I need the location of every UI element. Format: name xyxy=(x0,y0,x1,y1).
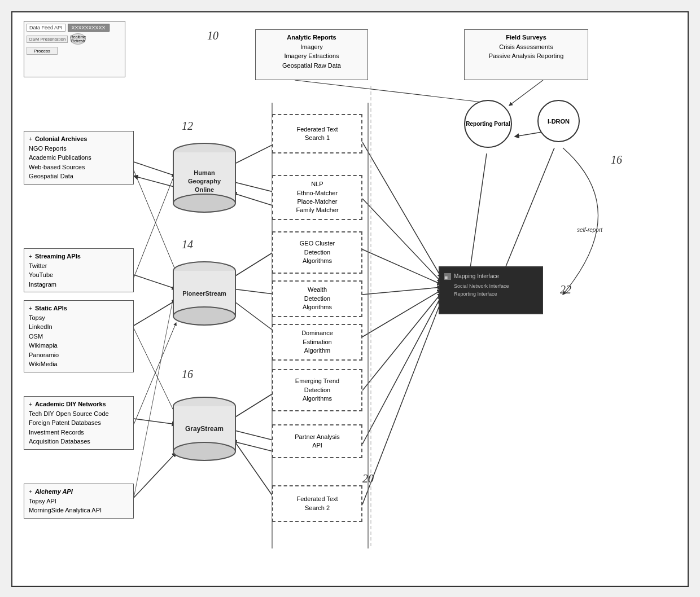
svg-line-14 xyxy=(233,441,278,453)
academic-line3: Foreign Patent Databases xyxy=(29,419,101,426)
osm-presentation-label: OSM Presentation xyxy=(27,36,68,43)
interface-line2: Social Network Interface xyxy=(454,282,537,290)
self-report-label: self-report xyxy=(577,227,602,233)
emerging-trend-box: Emerging TrendDetectionAlgorithms xyxy=(272,369,362,411)
academic-line2: Tech DIY Open Source Code xyxy=(29,410,109,417)
svg-text:GrayStream: GrayStream xyxy=(185,425,224,433)
svg-line-7 xyxy=(233,182,278,193)
handwritten-22: 22 xyxy=(560,283,571,296)
fed-text-1-label: Federated TextSearch 1 xyxy=(296,125,338,143)
svg-line-31 xyxy=(134,170,176,278)
svg-line-15 xyxy=(233,438,278,503)
api-button[interactable]: XXXXXXXXXX xyxy=(68,24,110,32)
data-feed-api-label: Data Feed API xyxy=(27,24,65,32)
svg-point-49 xyxy=(173,307,235,325)
streaming-line1: Streaming APIs xyxy=(35,253,81,260)
handwritten-16b: 16 xyxy=(182,368,193,381)
academic-line5: Acquisition Databases xyxy=(29,438,90,445)
handwritten-10: 10 xyxy=(207,29,218,42)
svg-line-16 xyxy=(362,142,441,278)
svg-line-26 xyxy=(504,148,554,272)
idron-circle: I-DRON xyxy=(537,100,580,142)
alchemy-api-box: + Alchemy API Topsy API MorningSide Anal… xyxy=(24,484,134,519)
academic-line1: Academic DIY Networks xyxy=(35,401,106,407)
svg-line-34 xyxy=(134,283,176,498)
streaming-line4: Instagram xyxy=(29,281,56,288)
interface-icon: ■ xyxy=(444,273,451,280)
analytics-box: Analytic Reports Imagery Imagery Extract… xyxy=(255,29,368,80)
svg-line-3 xyxy=(134,419,176,424)
alchemy-icon: + xyxy=(29,489,32,495)
wealth-label: WealthDetectionAlgorithms xyxy=(303,286,332,311)
reporting-portal: Reporting Portal xyxy=(464,100,512,148)
handwritten-12: 12 xyxy=(182,120,193,133)
federated-text-search-1-box: Federated TextSearch 1 xyxy=(272,114,362,153)
svg-line-9 xyxy=(233,249,278,278)
static-line6: Panoramio xyxy=(29,352,59,358)
partner-label: Partner AnalysisAPI xyxy=(295,433,339,450)
analytics-line2: Imagery xyxy=(259,42,365,52)
svg-text:Geography: Geography xyxy=(188,178,221,185)
geo-cluster-label: GEO ClusterDetectionAlgorithms xyxy=(300,239,335,265)
static-line3: LinkedIn xyxy=(29,323,53,330)
interface-line3: Reporting Interface xyxy=(454,290,537,298)
colonial-archives-box: + Colonial Archives NGO Reports Academic… xyxy=(24,131,134,185)
partner-analysis-box: Partner AnalysisAPI xyxy=(272,424,362,458)
colonial-line4: Web-based Sources xyxy=(29,164,85,170)
graystream-cylinder: GrayStream xyxy=(170,396,238,466)
colonial-line3: Academic Publications xyxy=(29,154,91,161)
svg-line-33 xyxy=(134,323,176,424)
static-line4: OSM xyxy=(29,333,43,340)
svg-line-28 xyxy=(295,80,487,103)
svg-text:Online: Online xyxy=(195,186,214,193)
svg-text:Human: Human xyxy=(194,169,215,176)
svg-point-55 xyxy=(173,442,235,460)
svg-line-19 xyxy=(362,287,441,295)
svg-line-8 xyxy=(233,193,278,207)
svg-point-41 xyxy=(173,194,235,212)
nlp-box: NLPEthno-MatcherPlace-MatcherFamily Matc… xyxy=(272,175,362,220)
svg-line-32 xyxy=(134,328,176,416)
streaming-apis-box: + Streaming APIs Twitter YouTube Instagr… xyxy=(24,248,134,292)
svg-line-13 xyxy=(233,430,278,441)
static-line5: Wikimapia xyxy=(29,342,58,349)
svg-line-0 xyxy=(134,162,176,176)
handwritten-16: 16 xyxy=(611,153,622,166)
dominance-label: DominanceEstimationAlgorithm xyxy=(301,329,333,355)
svg-line-23 xyxy=(362,300,441,504)
analytics-line3: Imagery Extractions xyxy=(259,51,365,61)
dominance-estimation-box: DominanceEstimationAlgorithm xyxy=(272,324,362,361)
field-surveys-box: Field Surveys Crisis Assessments Passive… xyxy=(464,29,588,80)
field-line3: Passive Analysis Reporting xyxy=(467,51,585,61)
svg-line-30 xyxy=(134,170,176,272)
static-apis-box: + Static APIs Topsy LinkedIn OSM Wikimap… xyxy=(24,300,134,372)
alchemy-line2: Topsy API xyxy=(29,498,56,504)
handwritten-20: 20 xyxy=(362,472,374,485)
field-line2: Crisis Assessments xyxy=(467,42,585,52)
fed-text-2-label: Federated TextSearch 2 xyxy=(296,495,338,512)
svg-line-10 xyxy=(233,289,278,295)
svg-line-21 xyxy=(362,293,441,390)
streaming-line3: YouTube xyxy=(29,271,53,278)
svg-line-17 xyxy=(362,199,441,282)
svg-line-5 xyxy=(134,176,176,187)
analytics-line1: Analytic Reports xyxy=(259,33,365,42)
colonial-line5: Geospatial Data xyxy=(29,173,73,179)
svg-line-20 xyxy=(362,290,441,337)
geo-cluster-box: GEO ClusterDetectionAlgorithms xyxy=(272,231,362,274)
svg-line-6 xyxy=(233,142,278,165)
academic-line4: Investment Records xyxy=(29,429,84,436)
alchemy-line3: MorningSide Analytica API xyxy=(29,507,102,513)
handwritten-14: 14 xyxy=(182,238,193,251)
svg-line-11 xyxy=(233,300,278,334)
emerging-label: Emerging TrendDetectionAlgorithms xyxy=(295,377,339,403)
static-line1: Static APIs xyxy=(35,305,67,311)
colonial-line2: NGO Reports xyxy=(29,145,67,152)
process-box-ui: Process xyxy=(27,47,58,55)
academic-icon: + xyxy=(29,401,32,407)
streaming-icon: + xyxy=(29,253,32,260)
field-line1: Field Surveys xyxy=(467,33,585,42)
streaming-line2: Twitter xyxy=(29,262,47,269)
colonial-icon: + xyxy=(29,136,32,142)
svg-text:PioneerStream: PioneerStream xyxy=(182,290,226,297)
